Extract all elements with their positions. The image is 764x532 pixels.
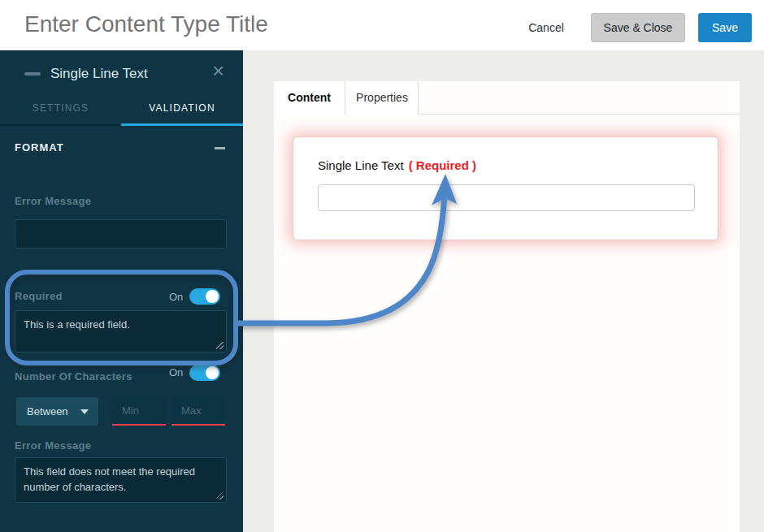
save-and-close-button[interactable]: Save & Close (591, 13, 685, 42)
form-preview-panel: Content Properties Single Line Text( Req… (274, 81, 740, 532)
field-label-text: Single Line Text (318, 158, 404, 172)
num-chars-toggle[interactable] (189, 365, 220, 381)
num-chars-label: Number Of Characters (15, 370, 132, 383)
tab-settings[interactable]: SETTINGS (0, 91, 121, 126)
tab-properties[interactable]: Properties (346, 81, 419, 115)
required-note: ( Required ) (409, 158, 476, 172)
comparison-dropdown-value: Between (27, 405, 68, 417)
format-section-header: FORMAT (15, 141, 64, 154)
preview-tab-bar: Content Properties (274, 81, 740, 115)
format-error-message-label: Error Message (15, 195, 91, 207)
drag-handle-icon[interactable] (24, 72, 41, 76)
tab-validation[interactable]: VALIDATION (121, 91, 243, 126)
panel-tab-bar: SETTINGS VALIDATION (0, 91, 243, 126)
field-label: Single Line Text( Required ) (318, 158, 476, 172)
required-label: Required (15, 290, 63, 302)
required-message-textarea[interactable]: This is a required field. (15, 310, 227, 353)
field-settings-panel: Single Line Text × SETTINGS VALIDATION F… (0, 50, 243, 532)
max-chars-input[interactable] (171, 396, 225, 426)
top-header: Cancel Save & Close Save (0, 0, 764, 50)
min-chars-input[interactable] (112, 396, 166, 426)
required-field-card: Single Line Text( Required ) (293, 136, 718, 240)
required-toggle[interactable] (189, 288, 220, 305)
cancel-button[interactable]: Cancel (521, 16, 571, 39)
tab-content[interactable]: Content (274, 81, 345, 115)
toggle-knob-icon (206, 290, 219, 303)
comparison-dropdown[interactable]: Between (16, 397, 98, 426)
required-on-label: On (169, 291, 183, 303)
save-button[interactable]: Save (698, 13, 752, 42)
toggle-knob-icon (206, 366, 219, 379)
collapse-minus-icon[interactable] (215, 147, 225, 149)
single-line-text-input[interactable] (318, 184, 695, 211)
num-chars-on-label: On (169, 366, 183, 378)
close-icon[interactable]: × (212, 60, 224, 81)
format-error-message-textarea[interactable] (15, 219, 227, 249)
chars-error-message-textarea[interactable]: This field does not meet the required nu… (15, 457, 227, 503)
panel-title: Single Line Text (50, 66, 148, 82)
content-type-editor: Cancel Save & Close Save Content Propert… (0, 0, 764, 532)
main-content-area: Content Properties Single Line Text( Req… (243, 50, 764, 532)
chars-error-message-label: Error Message (15, 439, 91, 452)
chevron-down-icon (80, 409, 89, 414)
content-type-title-input[interactable] (24, 11, 480, 37)
